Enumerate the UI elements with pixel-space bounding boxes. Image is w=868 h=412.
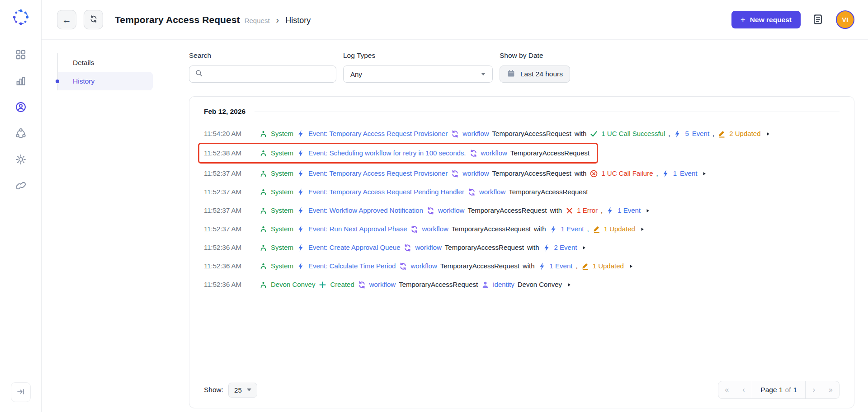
log-entry: 11:52:37 AMSystemEvent: Temporary Access… bbox=[204, 187, 840, 197]
log-segment-fail[interactable]: 1 UC Call Failure bbox=[601, 168, 653, 179]
date-divider bbox=[255, 112, 840, 112]
first-page-button[interactable]: « bbox=[718, 381, 735, 398]
log-segment-link[interactable]: workflow bbox=[422, 224, 448, 234]
log-segment-link[interactable]: Event: Temporary Access Request Pending … bbox=[308, 187, 464, 197]
log-segment-link[interactable]: Event: Run Next Approval Phase bbox=[308, 224, 407, 234]
log-segment-updated[interactable]: 2 Updated bbox=[729, 128, 760, 139]
log-footer: Show: 25 « ‹ Page 1 of bbox=[204, 369, 840, 399]
log-segment-count[interactable]: Event bbox=[692, 128, 709, 139]
tasks-button[interactable] bbox=[811, 13, 825, 27]
back-button[interactable]: ← bbox=[57, 10, 76, 29]
log-types-select[interactable]: Any bbox=[343, 66, 493, 83]
workflow-icon bbox=[469, 149, 478, 158]
page-size-select[interactable]: 25 bbox=[228, 383, 257, 398]
double-chevron-right-icon: » bbox=[829, 386, 833, 394]
log-segment-actor: System bbox=[271, 148, 293, 159]
log-segment-count[interactable]: 2 Event bbox=[554, 242, 577, 253]
log-entry: 11:52:37 AMSystemEvent: Run Next Approva… bbox=[204, 224, 840, 234]
log-segment-actor: System bbox=[271, 168, 293, 179]
log-timestamp: 11:52:36 AM bbox=[204, 279, 252, 290]
log-segment-plain: with bbox=[534, 224, 546, 234]
log-segment-link[interactable]: workflow bbox=[462, 168, 489, 179]
back-arrow-icon: ← bbox=[62, 15, 71, 24]
log-segment-link[interactable]: workflow bbox=[369, 279, 396, 290]
refresh-button[interactable] bbox=[84, 10, 103, 29]
log-segment-link[interactable]: workflow bbox=[479, 187, 505, 197]
sidebar-item-identities[interactable] bbox=[14, 100, 28, 114]
log-segment-actor: System bbox=[271, 205, 293, 216]
log-segment-created[interactable]: Created bbox=[330, 279, 354, 290]
log-entry: 11:54:20 AMSystemEvent: Temporary Access… bbox=[204, 128, 840, 139]
err-x-icon bbox=[565, 206, 574, 215]
pagination: « ‹ Page 1 of 1 › » bbox=[718, 381, 840, 399]
caret-right-icon[interactable] bbox=[644, 208, 651, 214]
log-segment-count[interactable]: 1 Event bbox=[561, 224, 584, 234]
sidebar-item-links[interactable] bbox=[14, 179, 28, 192]
search-input-wrapper[interactable] bbox=[189, 66, 336, 83]
sidebar-expand-button[interactable] bbox=[11, 382, 31, 402]
log-segment-success[interactable]: 1 UC Call Successful bbox=[601, 128, 665, 139]
log-segment-link[interactable]: Event: Temporary Access Request Provisio… bbox=[308, 128, 448, 139]
filters-row: Search Log Types Any bbox=[189, 52, 854, 83]
log-segment-link[interactable]: Event: Calculate Time Period bbox=[308, 261, 396, 272]
sidebar-item-settings[interactable] bbox=[14, 153, 28, 166]
caret-right-icon[interactable] bbox=[638, 226, 645, 232]
bolt-icon bbox=[673, 130, 682, 138]
chevron-down-icon bbox=[247, 389, 251, 391]
log-list: 11:54:20 AMSystemEvent: Temporary Access… bbox=[204, 128, 840, 298]
caret-right-icon[interactable] bbox=[764, 131, 771, 137]
log-segment-link[interactable]: Event: Scheduling workflow for retry in … bbox=[308, 148, 466, 159]
log-segment-link[interactable]: workflow bbox=[438, 205, 464, 216]
caret-right-icon[interactable] bbox=[700, 171, 707, 177]
log-segment-link[interactable]: workflow bbox=[410, 261, 437, 272]
log-segment-count[interactable]: 1 Event bbox=[618, 205, 641, 216]
last-page-button[interactable]: » bbox=[822, 381, 839, 398]
history-workspace: Search Log Types Any bbox=[189, 52, 854, 412]
sidebar-item-dashboard[interactable] bbox=[14, 48, 28, 61]
log-segment-link[interactable]: workflow bbox=[415, 242, 441, 253]
caret-right-icon[interactable] bbox=[627, 263, 634, 269]
log-segment-link[interactable]: workflow bbox=[481, 148, 507, 159]
search-icon bbox=[195, 69, 203, 79]
log-segment-updated[interactable]: 1 Updated bbox=[604, 224, 635, 234]
sidebar-item-connections[interactable] bbox=[14, 126, 28, 140]
bolt-icon bbox=[297, 225, 305, 234]
log-segment-count[interactable]: 1 bbox=[673, 168, 677, 179]
new-request-button[interactable]: + New request bbox=[731, 11, 801, 28]
log-segment-fail[interactable]: 1 Error bbox=[577, 205, 598, 216]
caret-right-icon[interactable] bbox=[565, 282, 572, 288]
content: Details History Search Log bbox=[42, 40, 868, 412]
avatar[interactable]: VI bbox=[836, 10, 854, 29]
log-segment-count[interactable]: 1 Event bbox=[550, 261, 573, 272]
log-segment-link[interactable]: identity bbox=[493, 279, 514, 290]
bolt-icon bbox=[549, 225, 558, 234]
workflow-icon bbox=[426, 206, 435, 215]
prev-page-button[interactable]: ‹ bbox=[735, 381, 752, 398]
log-segment-updated[interactable]: 1 Updated bbox=[593, 261, 624, 272]
workflow-icon bbox=[410, 225, 419, 234]
share-icon bbox=[15, 127, 27, 139]
log-date-header: Feb 12, 2026 bbox=[204, 108, 840, 116]
caret-right-icon[interactable] bbox=[580, 245, 587, 251]
history-log-panel: Feb 12, 2026 11:54:20 AMSystemEvent: Tem… bbox=[189, 96, 854, 408]
log-segment-plain: Devon Convey bbox=[518, 279, 562, 290]
next-page-button[interactable]: › bbox=[806, 381, 822, 398]
log-types-filter: Log Types Any bbox=[343, 52, 493, 83]
log-entry: 11:52:36 AMSystemEvent: Calculate Time P… bbox=[204, 261, 840, 272]
log-segment-link[interactable]: Event: Workflow Approved Notification bbox=[308, 205, 423, 216]
log-segment-link[interactable]: Event: Temporary Access Request Provisio… bbox=[308, 168, 448, 179]
sidebar-item-analytics[interactable] bbox=[14, 74, 28, 88]
bolt-icon bbox=[297, 206, 305, 215]
breadcrumb-chevron-icon: › bbox=[276, 15, 279, 25]
date-range-button[interactable]: Last 24 hours bbox=[500, 66, 570, 83]
search-input[interactable] bbox=[207, 70, 330, 78]
subnav-item-details[interactable]: Details bbox=[58, 53, 153, 72]
log-segment-link[interactable]: Event: Create Approval Queue bbox=[308, 242, 400, 253]
log-segment-count[interactable]: Event bbox=[680, 168, 697, 179]
chevron-right-icon: › bbox=[813, 386, 815, 394]
page-title: Temporary Access Request bbox=[115, 14, 240, 25]
user-icon bbox=[259, 206, 268, 215]
log-segment-count[interactable]: 5 bbox=[685, 128, 689, 139]
log-segment-link[interactable]: workflow bbox=[462, 128, 489, 139]
subnav-item-history[interactable]: History bbox=[58, 72, 153, 90]
